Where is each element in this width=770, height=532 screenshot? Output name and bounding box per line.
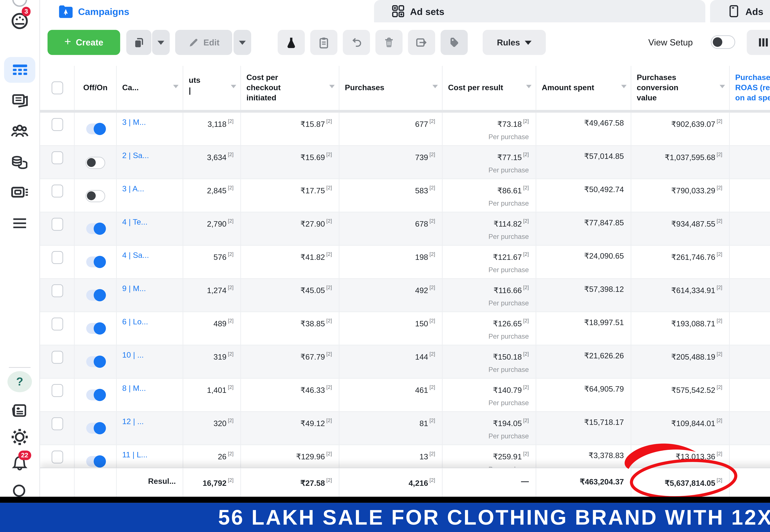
cell-amount-spent: ₹49,467.58 xyxy=(536,113,631,146)
campaign-toggle-off[interactable] xyxy=(85,157,105,169)
campaign-toggle-on[interactable] xyxy=(86,223,105,234)
col-header-roas[interactable]: PurchaseROAS (returnon ad spend) ↓ xyxy=(730,66,770,110)
col-header-amount_spent[interactable]: Amount spent xyxy=(536,66,631,110)
undo-button[interactable] xyxy=(343,30,370,55)
campaign-toggle-on[interactable] xyxy=(86,123,105,134)
ads-table-icon[interactable] xyxy=(10,60,29,79)
footnote-marker: [2] xyxy=(228,251,234,257)
footnote-marker: [2] xyxy=(228,118,234,124)
cell-checkouts: 489[2] xyxy=(183,312,241,345)
search-icon[interactable] xyxy=(10,482,29,497)
campaign-name-link[interactable]: 4 | Sa... xyxy=(122,251,149,259)
news-icon[interactable] xyxy=(10,401,29,420)
campaign-toggle-on[interactable] xyxy=(86,356,105,367)
menu-icon[interactable] xyxy=(10,214,29,233)
clipboard-button[interactable] xyxy=(310,30,337,55)
campaign-name-link[interactable]: 8 | M... xyxy=(122,384,146,392)
duplicate-button[interactable] xyxy=(126,30,151,55)
row-checkbox[interactable] xyxy=(51,318,63,330)
campaign-toggle-on[interactable] xyxy=(86,389,105,400)
pages-icon[interactable] xyxy=(10,91,29,110)
cell-select xyxy=(40,146,75,179)
footnote-marker: [2] xyxy=(326,417,332,423)
columns-button[interactable] xyxy=(747,30,770,55)
plus-icon: + xyxy=(64,35,71,48)
campaign-name-link[interactable]: 3 | M... xyxy=(122,118,146,126)
campaign-name-link[interactable]: 6 | Lo... xyxy=(122,318,148,326)
cell-toggle xyxy=(75,312,117,345)
tab-ads[interactable]: Ads xyxy=(710,0,770,22)
filter-caret-icon[interactable] xyxy=(526,85,532,88)
campaign-name-link[interactable]: 3 | A... xyxy=(122,185,144,193)
footnote-marker: [2] xyxy=(430,417,435,423)
row-checkbox[interactable] xyxy=(51,417,63,430)
create-button[interactable]: + Create xyxy=(48,30,120,55)
footnote-marker: [2] xyxy=(523,351,529,357)
campaign-name-link[interactable]: 12 | ... xyxy=(122,417,144,425)
edit-button[interactable]: Edit xyxy=(175,30,232,55)
campaign-name-link[interactable]: 10 | ... xyxy=(122,351,144,359)
footnote-marker: [2] xyxy=(430,251,435,257)
row-checkbox[interactable] xyxy=(51,185,63,197)
rules-button[interactable]: Rules xyxy=(483,30,546,55)
footnote-marker: [2] xyxy=(326,151,332,157)
campaign-name-link[interactable]: 2 | Sa... xyxy=(122,151,149,159)
row-checkbox[interactable] xyxy=(51,351,63,364)
col-header-conv_value[interactable]: Purchasesconversionvalue xyxy=(631,66,730,110)
per-purchase-label: Per purchase xyxy=(448,199,529,207)
filter-caret-icon[interactable] xyxy=(433,85,438,88)
filter-caret-icon[interactable] xyxy=(173,85,178,88)
ads-manager-screen: Campaigns Ad sets Ads xyxy=(0,0,770,532)
row-checkbox[interactable] xyxy=(51,218,63,231)
col-header-checkouts[interactable]: uts| xyxy=(183,66,241,110)
view-setup-toggle[interactable] xyxy=(711,35,735,49)
edit-dropdown-button[interactable] xyxy=(233,30,251,55)
col-header-cost_per_result[interactable]: Cost per result xyxy=(443,66,536,110)
row-checkbox[interactable] xyxy=(51,151,63,164)
cell-campaign-name: 8 | M... xyxy=(117,379,183,412)
campaign-toggle-on[interactable] xyxy=(86,290,105,301)
columns-icon xyxy=(758,37,768,47)
filter-caret-icon[interactable] xyxy=(329,85,334,88)
billing-icon[interactable] xyxy=(10,153,29,172)
tab-ad-sets[interactable]: Ad sets xyxy=(374,0,705,22)
row-checkbox[interactable] xyxy=(51,251,63,264)
cell-conversion-value: ₹109,844.01[2] xyxy=(631,412,730,445)
row-checkbox[interactable] xyxy=(51,384,63,397)
row-checkbox[interactable] xyxy=(51,451,63,463)
campaign-name-link[interactable]: 4 | Te... xyxy=(122,218,147,226)
tab-campaigns[interactable]: Campaigns xyxy=(40,0,370,22)
adsbox-icon[interactable] xyxy=(10,183,29,202)
select-all-checkbox[interactable] xyxy=(51,81,63,94)
ab-test-button[interactable] xyxy=(278,30,305,55)
row-checkbox[interactable] xyxy=(51,284,63,297)
tag-button[interactable] xyxy=(441,30,468,55)
campaign-name-link[interactable]: 11 | L... xyxy=(122,451,147,459)
cell-checkouts: 3,634[2] xyxy=(183,146,241,179)
promote-button[interactable] xyxy=(408,30,435,55)
table-row: 4 | Te...2,790[2]₹27.90[2]678[2]₹114.82[… xyxy=(40,212,770,246)
filter-caret-icon[interactable] xyxy=(720,85,725,88)
cell-cost-per-result: ₹140.79[2]Per purchase xyxy=(443,379,536,412)
col-header-cost_per_checkout[interactable]: Cost percheckoutinitiated xyxy=(241,66,339,110)
campaign-toggle-off[interactable] xyxy=(85,190,105,202)
delete-button[interactable] xyxy=(375,30,403,55)
col-header-name[interactable]: Ca... xyxy=(117,66,183,110)
help-icon[interactable]: ? xyxy=(7,371,32,392)
filter-caret-icon[interactable] xyxy=(621,85,627,88)
settings-icon[interactable] xyxy=(10,427,29,446)
footnote-marker: [2] xyxy=(326,351,332,357)
cell-select xyxy=(40,179,75,212)
campaign-toggle-on[interactable] xyxy=(86,323,105,334)
campaign-name-link[interactable]: 9 | M... xyxy=(122,284,146,292)
row-checkbox[interactable] xyxy=(51,118,63,131)
campaign-toggle-on[interactable] xyxy=(86,256,105,267)
audiences-icon[interactable] xyxy=(10,122,29,141)
partial-avatar-icon xyxy=(12,0,27,7)
campaign-toggle-on[interactable] xyxy=(86,456,105,467)
campaign-toggle-on[interactable] xyxy=(86,423,105,434)
filter-caret-icon[interactable] xyxy=(231,85,236,88)
col-header-label: Off/On xyxy=(83,83,107,93)
col-header-purchases[interactable]: Purchases xyxy=(339,66,443,110)
duplicate-dropdown-button[interactable] xyxy=(152,30,170,55)
